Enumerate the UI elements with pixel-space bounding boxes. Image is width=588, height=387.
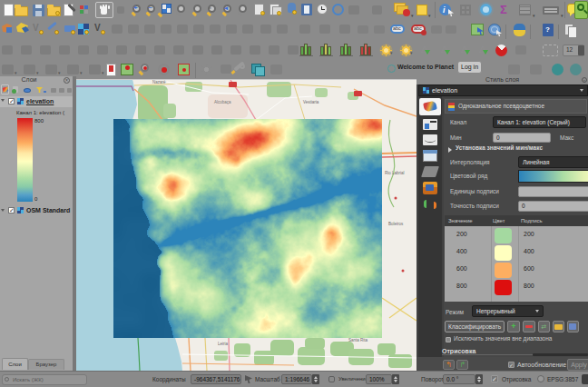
svg-text:Rio Labrial: Rio Labrial: [385, 171, 405, 175]
svg-text:Nazaré: Nazaré: [152, 80, 166, 84]
svg-text:Vestiaria: Vestiaria: [303, 100, 319, 104]
svg-text:Alcobaça: Alcobaça: [214, 100, 231, 104]
svg-text:Leiria: Leiria: [218, 342, 229, 346]
svg-text:Boleiros: Boleiros: [388, 222, 404, 226]
svg-text:Santa Rita: Santa Rita: [348, 338, 368, 342]
